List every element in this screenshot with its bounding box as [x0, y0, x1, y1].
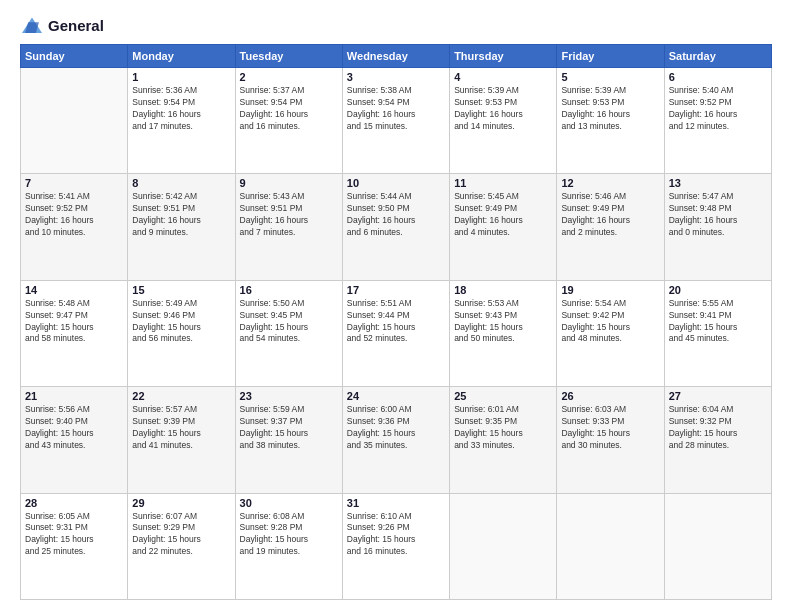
calendar-week-row: 7Sunrise: 5:41 AM Sunset: 9:52 PM Daylig…	[21, 174, 772, 280]
day-info: Sunrise: 5:54 AM Sunset: 9:42 PM Dayligh…	[561, 298, 659, 346]
day-number: 10	[347, 177, 445, 189]
day-number: 12	[561, 177, 659, 189]
calendar-cell: 12Sunrise: 5:46 AM Sunset: 9:49 PM Dayli…	[557, 174, 664, 280]
day-number: 4	[454, 71, 552, 83]
calendar-cell: 19Sunrise: 5:54 AM Sunset: 9:42 PM Dayli…	[557, 280, 664, 386]
calendar-cell: 3Sunrise: 5:38 AM Sunset: 9:54 PM Daylig…	[342, 68, 449, 174]
calendar-week-row: 1Sunrise: 5:36 AM Sunset: 9:54 PM Daylig…	[21, 68, 772, 174]
day-info: Sunrise: 5:59 AM Sunset: 9:37 PM Dayligh…	[240, 404, 338, 452]
calendar-cell: 27Sunrise: 6:04 AM Sunset: 9:32 PM Dayli…	[664, 387, 771, 493]
day-info: Sunrise: 5:43 AM Sunset: 9:51 PM Dayligh…	[240, 191, 338, 239]
day-number: 23	[240, 390, 338, 402]
day-info: Sunrise: 5:51 AM Sunset: 9:44 PM Dayligh…	[347, 298, 445, 346]
day-info: Sunrise: 5:38 AM Sunset: 9:54 PM Dayligh…	[347, 85, 445, 133]
day-number: 16	[240, 284, 338, 296]
day-number: 21	[25, 390, 123, 402]
day-info: Sunrise: 5:46 AM Sunset: 9:49 PM Dayligh…	[561, 191, 659, 239]
calendar-cell: 17Sunrise: 5:51 AM Sunset: 9:44 PM Dayli…	[342, 280, 449, 386]
calendar-cell: 9Sunrise: 5:43 AM Sunset: 9:51 PM Daylig…	[235, 174, 342, 280]
calendar-cell: 4Sunrise: 5:39 AM Sunset: 9:53 PM Daylig…	[450, 68, 557, 174]
day-info: Sunrise: 5:53 AM Sunset: 9:43 PM Dayligh…	[454, 298, 552, 346]
day-info: Sunrise: 5:40 AM Sunset: 9:52 PM Dayligh…	[669, 85, 767, 133]
day-number: 24	[347, 390, 445, 402]
calendar-cell: 6Sunrise: 5:40 AM Sunset: 9:52 PM Daylig…	[664, 68, 771, 174]
day-number: 6	[669, 71, 767, 83]
day-number: 17	[347, 284, 445, 296]
day-number: 5	[561, 71, 659, 83]
day-info: Sunrise: 6:07 AM Sunset: 9:29 PM Dayligh…	[132, 511, 230, 559]
calendar-cell: 28Sunrise: 6:05 AM Sunset: 9:31 PM Dayli…	[21, 493, 128, 599]
calendar-cell: 10Sunrise: 5:44 AM Sunset: 9:50 PM Dayli…	[342, 174, 449, 280]
day-number: 25	[454, 390, 552, 402]
weekday-header: Friday	[557, 45, 664, 68]
day-info: Sunrise: 5:57 AM Sunset: 9:39 PM Dayligh…	[132, 404, 230, 452]
day-number: 14	[25, 284, 123, 296]
day-number: 30	[240, 497, 338, 509]
day-number: 2	[240, 71, 338, 83]
calendar-cell: 15Sunrise: 5:49 AM Sunset: 9:46 PM Dayli…	[128, 280, 235, 386]
day-info: Sunrise: 6:05 AM Sunset: 9:31 PM Dayligh…	[25, 511, 123, 559]
calendar-cell: 8Sunrise: 5:42 AM Sunset: 9:51 PM Daylig…	[128, 174, 235, 280]
day-number: 26	[561, 390, 659, 402]
calendar-cell: 2Sunrise: 5:37 AM Sunset: 9:54 PM Daylig…	[235, 68, 342, 174]
calendar-cell: 5Sunrise: 5:39 AM Sunset: 9:53 PM Daylig…	[557, 68, 664, 174]
day-number: 20	[669, 284, 767, 296]
day-number: 22	[132, 390, 230, 402]
day-info: Sunrise: 5:48 AM Sunset: 9:47 PM Dayligh…	[25, 298, 123, 346]
day-info: Sunrise: 6:03 AM Sunset: 9:33 PM Dayligh…	[561, 404, 659, 452]
weekday-header: Monday	[128, 45, 235, 68]
day-info: Sunrise: 6:08 AM Sunset: 9:28 PM Dayligh…	[240, 511, 338, 559]
day-info: Sunrise: 5:44 AM Sunset: 9:50 PM Dayligh…	[347, 191, 445, 239]
calendar-week-row: 21Sunrise: 5:56 AM Sunset: 9:40 PM Dayli…	[21, 387, 772, 493]
day-number: 13	[669, 177, 767, 189]
day-info: Sunrise: 6:00 AM Sunset: 9:36 PM Dayligh…	[347, 404, 445, 452]
day-info: Sunrise: 5:55 AM Sunset: 9:41 PM Dayligh…	[669, 298, 767, 346]
day-info: Sunrise: 5:45 AM Sunset: 9:49 PM Dayligh…	[454, 191, 552, 239]
day-info: Sunrise: 5:47 AM Sunset: 9:48 PM Dayligh…	[669, 191, 767, 239]
calendar-cell: 11Sunrise: 5:45 AM Sunset: 9:49 PM Dayli…	[450, 174, 557, 280]
day-number: 18	[454, 284, 552, 296]
day-number: 28	[25, 497, 123, 509]
day-number: 11	[454, 177, 552, 189]
weekday-header: Sunday	[21, 45, 128, 68]
logo: General	[20, 16, 104, 36]
day-info: Sunrise: 5:50 AM Sunset: 9:45 PM Dayligh…	[240, 298, 338, 346]
calendar-table: SundayMondayTuesdayWednesdayThursdayFrid…	[20, 44, 772, 600]
calendar-cell: 13Sunrise: 5:47 AM Sunset: 9:48 PM Dayli…	[664, 174, 771, 280]
day-info: Sunrise: 5:39 AM Sunset: 9:53 PM Dayligh…	[561, 85, 659, 133]
calendar-cell: 1Sunrise: 5:36 AM Sunset: 9:54 PM Daylig…	[128, 68, 235, 174]
day-number: 15	[132, 284, 230, 296]
day-number: 9	[240, 177, 338, 189]
calendar-cell	[664, 493, 771, 599]
day-info: Sunrise: 5:39 AM Sunset: 9:53 PM Dayligh…	[454, 85, 552, 133]
day-number: 31	[347, 497, 445, 509]
weekday-header: Thursday	[450, 45, 557, 68]
day-info: Sunrise: 5:42 AM Sunset: 9:51 PM Dayligh…	[132, 191, 230, 239]
calendar-cell: 25Sunrise: 6:01 AM Sunset: 9:35 PM Dayli…	[450, 387, 557, 493]
logo-text: General	[48, 17, 104, 35]
calendar-cell: 14Sunrise: 5:48 AM Sunset: 9:47 PM Dayli…	[21, 280, 128, 386]
day-number: 19	[561, 284, 659, 296]
calendar-cell: 18Sunrise: 5:53 AM Sunset: 9:43 PM Dayli…	[450, 280, 557, 386]
calendar-cell: 20Sunrise: 5:55 AM Sunset: 9:41 PM Dayli…	[664, 280, 771, 386]
day-info: Sunrise: 5:36 AM Sunset: 9:54 PM Dayligh…	[132, 85, 230, 133]
day-info: Sunrise: 6:01 AM Sunset: 9:35 PM Dayligh…	[454, 404, 552, 452]
calendar-cell	[557, 493, 664, 599]
calendar-cell: 7Sunrise: 5:41 AM Sunset: 9:52 PM Daylig…	[21, 174, 128, 280]
header: General	[20, 16, 772, 36]
calendar-cell: 30Sunrise: 6:08 AM Sunset: 9:28 PM Dayli…	[235, 493, 342, 599]
day-info: Sunrise: 5:41 AM Sunset: 9:52 PM Dayligh…	[25, 191, 123, 239]
calendar-cell: 21Sunrise: 5:56 AM Sunset: 9:40 PM Dayli…	[21, 387, 128, 493]
calendar-cell: 29Sunrise: 6:07 AM Sunset: 9:29 PM Dayli…	[128, 493, 235, 599]
weekday-header: Wednesday	[342, 45, 449, 68]
calendar-cell: 23Sunrise: 5:59 AM Sunset: 9:37 PM Dayli…	[235, 387, 342, 493]
day-info: Sunrise: 5:37 AM Sunset: 9:54 PM Dayligh…	[240, 85, 338, 133]
calendar-cell: 24Sunrise: 6:00 AM Sunset: 9:36 PM Dayli…	[342, 387, 449, 493]
calendar-header: SundayMondayTuesdayWednesdayThursdayFrid…	[21, 45, 772, 68]
calendar-week-row: 14Sunrise: 5:48 AM Sunset: 9:47 PM Dayli…	[21, 280, 772, 386]
day-number: 29	[132, 497, 230, 509]
calendar-cell: 26Sunrise: 6:03 AM Sunset: 9:33 PM Dayli…	[557, 387, 664, 493]
calendar-cell: 31Sunrise: 6:10 AM Sunset: 9:26 PM Dayli…	[342, 493, 449, 599]
day-info: Sunrise: 5:56 AM Sunset: 9:40 PM Dayligh…	[25, 404, 123, 452]
day-number: 7	[25, 177, 123, 189]
